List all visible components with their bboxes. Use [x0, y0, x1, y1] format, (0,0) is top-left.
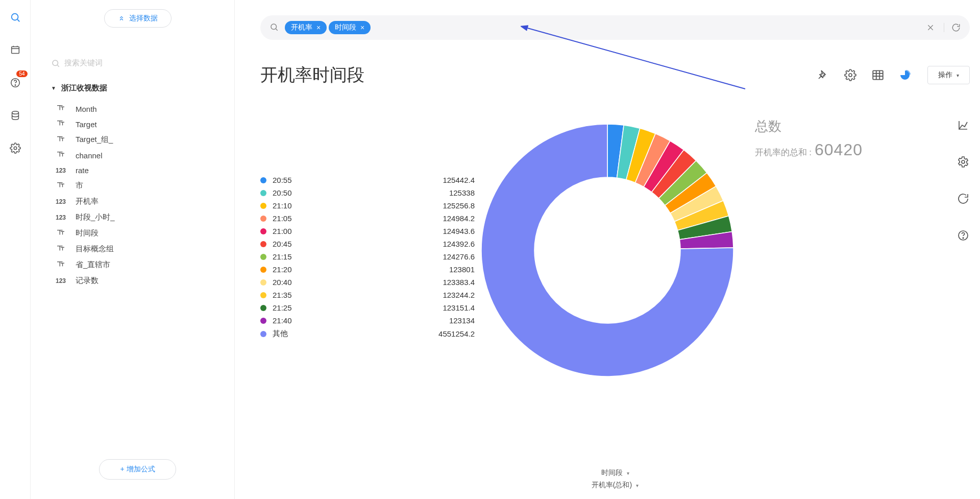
field-item[interactable]: 123开机率: [51, 194, 224, 209]
table-icon[interactable]: [871, 68, 885, 82]
rail-data[interactable]: [5, 105, 26, 126]
field-item[interactable]: channel: [51, 148, 224, 163]
select-data-button[interactable]: 选择数据: [104, 9, 172, 28]
field-name: 市: [76, 181, 83, 191]
chip-label: 开机率: [291, 23, 312, 32]
chart-area: 20:55125442.420:5012533821:10125256.821:…: [260, 87, 970, 499]
legend-item[interactable]: 其他4551254.2: [260, 327, 475, 341]
legend-value: 123244.2: [443, 291, 475, 299]
legend-swatch: [260, 318, 266, 324]
refresh-icon[interactable]: [955, 191, 971, 206]
nav-rail: 54: [0, 0, 31, 499]
filter-chip[interactable]: 开机率×: [285, 21, 327, 34]
legend-swatch: [260, 203, 266, 209]
legend-item[interactable]: 21:15124276.6: [260, 250, 475, 263]
legend-item[interactable]: 21:00124943.6: [260, 225, 475, 237]
text-type-icon: [54, 104, 67, 113]
chip-label: 时间段: [335, 23, 356, 32]
donut-chart[interactable]: [475, 117, 740, 383]
legend-swatch: [260, 331, 266, 337]
pie-icon[interactable]: [899, 68, 912, 82]
field-name: Month: [76, 105, 97, 113]
legend-swatch: [260, 216, 266, 222]
field-name: channel: [76, 151, 103, 160]
search-bar[interactable]: 开机率× 时间段×: [260, 15, 970, 40]
field-name: 时段_小时_: [76, 212, 115, 222]
svg-rect-2: [11, 47, 19, 54]
search-icon: [270, 22, 279, 33]
gear-icon[interactable]: [955, 154, 971, 170]
field-item[interactable]: 目标概念组: [51, 241, 224, 257]
rail-settings[interactable]: [5, 138, 26, 158]
legend-item[interactable]: 21:40123134: [260, 314, 475, 327]
field-item[interactable]: Target: [51, 116, 224, 132]
text-type-icon: [54, 135, 67, 145]
rail-pinboard[interactable]: [5, 40, 26, 60]
title-row: 开机率时间段 操作 ▾: [260, 63, 970, 87]
legend-label: 20:55: [273, 176, 292, 184]
field-item[interactable]: 123时段_小时_: [51, 209, 224, 225]
legend-item[interactable]: 20:55125442.4: [260, 174, 475, 186]
legend-label: 20:40: [273, 278, 292, 287]
caret-down-icon: ▼: [51, 85, 56, 91]
axis-icon[interactable]: [955, 117, 971, 133]
tree-header[interactable]: ▼ 浙江收视数据: [51, 83, 224, 93]
number-type-icon: 123: [54, 167, 67, 174]
svg-point-0: [11, 14, 18, 20]
svg-point-46: [849, 74, 852, 77]
field-name: Target: [76, 120, 97, 129]
legend-label: 21:10: [273, 201, 292, 210]
legend-value: 125442.4: [443, 176, 475, 184]
field-item[interactable]: Month: [51, 101, 224, 116]
text-type-icon: [54, 260, 67, 270]
legend-item[interactable]: 21:25123151.4: [260, 301, 475, 314]
tree-title: 浙江收视数据: [61, 83, 107, 93]
legend-item[interactable]: 21:20123801: [260, 263, 475, 276]
pin-icon[interactable]: [816, 68, 829, 82]
rail-search[interactable]: [5, 7, 26, 28]
clear-icon[interactable]: [926, 23, 935, 32]
field-item[interactable]: 123rate: [51, 163, 224, 178]
legend-item[interactable]: 20:50125338: [260, 186, 475, 199]
field-item[interactable]: 市: [51, 178, 224, 194]
bottom-measure[interactable]: 开机率(总和)▾: [592, 481, 639, 490]
svg-point-41: [271, 24, 277, 30]
text-type-icon: [54, 151, 67, 160]
svg-point-4: [15, 85, 15, 85]
legend-item[interactable]: 21:05124984.2: [260, 212, 475, 225]
legend-item[interactable]: 20:45124392.6: [260, 237, 475, 250]
sidebar-search[interactable]: 搜索关键词: [51, 58, 224, 68]
gear-icon[interactable]: [844, 68, 857, 82]
svg-point-6: [14, 147, 17, 150]
chip-close-icon[interactable]: ×: [360, 23, 364, 32]
svg-point-5: [12, 111, 18, 114]
legend-label: 21:00: [273, 227, 292, 235]
refresh-icon[interactable]: [944, 23, 961, 32]
legend-value: 123151.4: [443, 303, 475, 312]
legend-item[interactable]: 20:40123383.4: [260, 276, 475, 289]
help-icon[interactable]: [955, 228, 971, 243]
chip-close-icon[interactable]: ×: [316, 23, 321, 32]
legend-swatch: [260, 241, 266, 247]
text-type-icon: [54, 181, 67, 191]
field-list: MonthTargetTarget_组_channel123rate市123开机…: [51, 101, 224, 289]
field-item[interactable]: 123记录数: [51, 273, 224, 289]
legend-value: 125338: [449, 188, 475, 197]
legend-value: 123801: [449, 265, 475, 274]
rail-help[interactable]: 54: [5, 73, 26, 93]
main: 开机率× 时间段× 开机率时间段 操作 ▾: [235, 0, 980, 499]
add-formula-button[interactable]: + 增加公式: [99, 459, 176, 480]
bottom-dim[interactable]: 时间段▾: [601, 468, 629, 478]
field-name: 省_直辖市: [76, 260, 110, 270]
field-item[interactable]: 时间段: [51, 225, 224, 241]
legend-label: 21:15: [273, 252, 292, 261]
field-item[interactable]: Target_组_: [51, 132, 224, 148]
ops-button[interactable]: 操作 ▾: [927, 66, 970, 84]
svg-line-8: [57, 65, 59, 66]
legend-item[interactable]: 21:10125256.8: [260, 199, 475, 212]
legend-item[interactable]: 21:35123244.2: [260, 289, 475, 301]
svg-point-54: [963, 237, 964, 239]
filter-chip[interactable]: 时间段×: [329, 21, 371, 34]
legend-swatch: [260, 254, 266, 260]
field-item[interactable]: 省_直辖市: [51, 257, 224, 273]
